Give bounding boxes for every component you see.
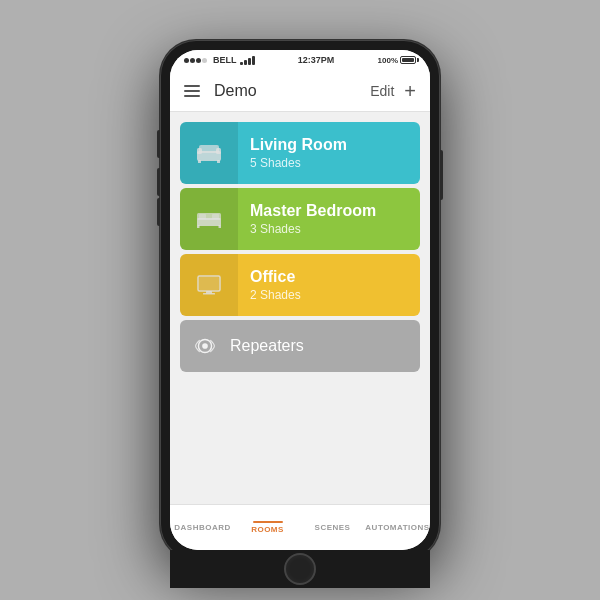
tab-automations-label: Automations [365, 523, 429, 532]
master-bedroom-sub: 3 Shades [250, 222, 408, 236]
room-item-office[interactable]: Office 2 Shades [180, 254, 420, 316]
hamburger-menu-button[interactable] [184, 85, 200, 97]
phone-screen: BELL 12:37PM 100% Demo Ed [170, 50, 430, 550]
tab-scenes-label: Scenes [315, 523, 351, 532]
status-bar: BELL 12:37PM 100% [170, 50, 430, 70]
repeaters-icon-area [180, 320, 230, 372]
bed-icon [193, 203, 225, 235]
home-button[interactable] [284, 553, 316, 585]
signal-dots [184, 58, 207, 63]
monitor-icon [193, 269, 225, 301]
home-button-area [170, 550, 430, 588]
carrier-label: BELL [213, 55, 237, 65]
living-room-sub: 5 Shades [250, 156, 408, 170]
svg-rect-3 [199, 145, 219, 153]
tab-active-indicator [253, 521, 283, 523]
svg-point-17 [202, 343, 208, 349]
svg-rect-9 [212, 214, 219, 219]
tab-rooms[interactable]: Rooms [235, 505, 300, 550]
living-room-text: Living Room 5 Shades [238, 136, 420, 170]
tab-dashboard-label: Dashboard [174, 523, 231, 532]
office-icon-area [180, 254, 238, 316]
battery-icon [400, 56, 416, 64]
living-room-name: Living Room [250, 136, 408, 154]
repeaters-label: Repeaters [230, 337, 304, 355]
content-area: Living Room 5 Shades M [170, 112, 430, 504]
office-name: Office [250, 268, 408, 286]
room-item-living-room[interactable]: Living Room 5 Shades [180, 122, 420, 184]
tab-scenes[interactable]: Scenes [300, 505, 365, 550]
svg-rect-4 [198, 160, 201, 163]
tab-automations[interactable]: Automations [365, 505, 430, 550]
app-title: Demo [214, 82, 257, 100]
battery-pct-label: 100% [378, 56, 398, 65]
repeaters-item[interactable]: Repeaters [180, 320, 420, 372]
status-left: BELL [184, 55, 255, 65]
nav-right: Edit + [370, 81, 416, 101]
svg-rect-10 [197, 225, 200, 228]
battery-indicator: 100% [378, 56, 416, 65]
master-bedroom-name: Master Bedroom [250, 202, 408, 220]
repeater-icon [190, 331, 220, 361]
svg-rect-13 [199, 277, 219, 290]
svg-rect-5 [217, 160, 220, 163]
office-text: Office 2 Shades [238, 268, 420, 302]
nav-left: Demo [184, 82, 257, 100]
nav-bar: Demo Edit + [170, 70, 430, 112]
master-bedroom-text: Master Bedroom 3 Shades [238, 202, 420, 236]
svg-rect-8 [199, 214, 206, 219]
master-bedroom-icon-area [180, 188, 238, 250]
edit-button[interactable]: Edit [370, 83, 394, 99]
sofa-icon [193, 137, 225, 169]
svg-rect-11 [219, 225, 222, 228]
phone-frame: BELL 12:37PM 100% Demo Ed [160, 40, 440, 560]
tab-bar: Dashboard Rooms Scenes Automations [170, 504, 430, 550]
time-label: 12:37PM [298, 55, 335, 65]
living-room-icon-area [180, 122, 238, 184]
svg-rect-15 [203, 293, 215, 295]
tab-dashboard[interactable]: Dashboard [170, 505, 235, 550]
office-sub: 2 Shades [250, 288, 408, 302]
tab-rooms-label: Rooms [251, 525, 284, 534]
battery-fill [402, 58, 414, 62]
room-item-master-bedroom[interactable]: Master Bedroom 3 Shades [180, 188, 420, 250]
add-button[interactable]: + [404, 81, 416, 101]
wifi-icon [240, 56, 255, 65]
